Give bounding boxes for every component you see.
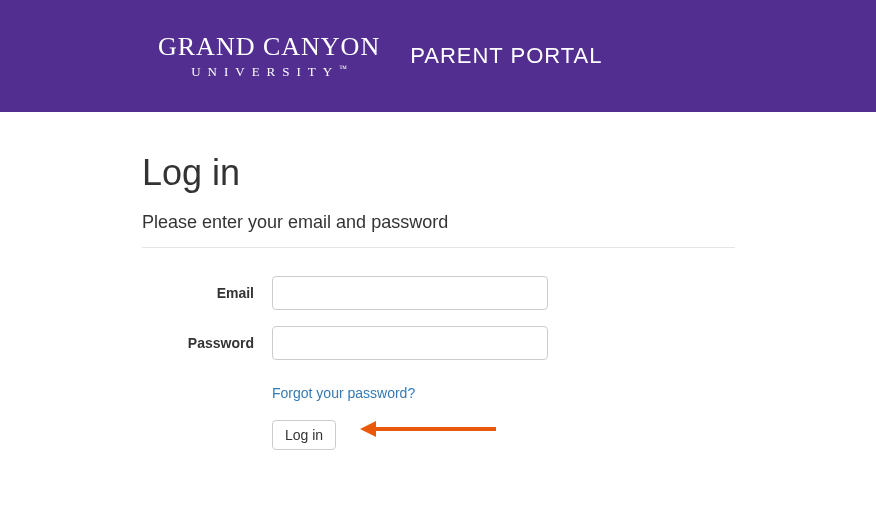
- university-logo: GRAND CANYON UNIVERSITY™: [158, 32, 380, 80]
- submit-row: Log in: [272, 420, 735, 450]
- logo-text-main: GRAND CANYON: [158, 32, 380, 61]
- email-row: Email: [142, 276, 735, 310]
- forgot-password-link[interactable]: Forgot your password?: [272, 385, 415, 401]
- login-button[interactable]: Log in: [272, 420, 336, 450]
- trademark-symbol: ™: [339, 64, 347, 73]
- login-panel: Log in Please enter your email and passw…: [0, 112, 735, 450]
- login-instruction: Please enter your email and password: [142, 212, 735, 248]
- logo-line-2: UNIVERSITY™: [191, 64, 347, 80]
- password-row: Password: [142, 326, 735, 360]
- email-label: Email: [142, 285, 272, 301]
- site-header: GRAND CANYON UNIVERSITY™ PARENT PORTAL: [0, 0, 876, 112]
- logo-line-1: GRAND CANYON: [158, 32, 380, 62]
- forgot-password-row: Forgot your password?: [272, 384, 735, 402]
- email-field[interactable]: [272, 276, 548, 310]
- logo-text-sub: UNIVERSITY: [191, 64, 339, 79]
- password-label: Password: [142, 335, 272, 351]
- page-title: Log in: [142, 152, 735, 194]
- portal-title: PARENT PORTAL: [410, 43, 602, 69]
- password-field[interactable]: [272, 326, 548, 360]
